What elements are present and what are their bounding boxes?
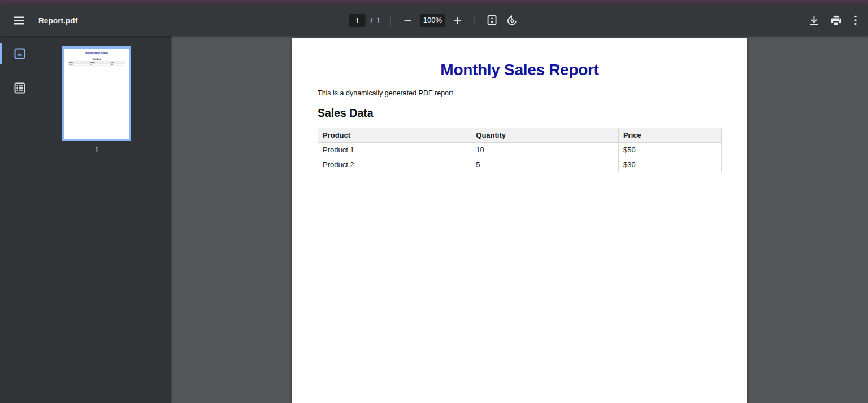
report-title: Monthly Sales Report: [318, 61, 722, 79]
table-row: Product 25$30: [318, 157, 722, 172]
document-outline-button[interactable]: [12, 81, 27, 95]
table-row: Product 25$30: [68, 66, 125, 68]
pdf-viewport[interactable]: Monthly Sales Report This is a dynamical…: [171, 36, 868, 403]
table-header-cell: Quantity: [471, 128, 619, 143]
thumb-doc-intro: This is a dynamically generated PDF repo…: [68, 56, 125, 57]
toolbar-right: [806, 13, 868, 28]
print-button[interactable]: [828, 13, 843, 28]
sidebar: Monthly Sales Report This is a dynamical…: [0, 36, 171, 403]
more-options-button[interactable]: [850, 13, 861, 28]
document-filename: Report.pdf: [38, 16, 77, 25]
report-intro: This is a dynamically generated PDF repo…: [318, 89, 722, 97]
page-thumbnail-1[interactable]: Monthly Sales Report This is a dynamical…: [62, 46, 131, 141]
table-cell: Product 1: [318, 143, 471, 157]
active-view-indicator: [0, 43, 2, 64]
table-cell: 5: [471, 157, 619, 172]
table-cell: Product 2: [318, 157, 471, 172]
pdf-page-1: Monthly Sales Report This is a dynamical…: [292, 38, 747, 403]
thumbnails-view-button[interactable]: [12, 46, 27, 61]
table-cell: $30: [111, 66, 125, 68]
image-thumbnail-icon: [14, 47, 26, 60]
rotate-counterclockwise-icon: [506, 15, 517, 26]
thumb-sales-table: ProductQuantityPriceProduct 110$50Produc…: [68, 61, 125, 68]
table-cell: 5: [90, 66, 111, 68]
fit-to-page-icon: [486, 15, 497, 26]
thumb-doc-section-heading: Sales Data: [68, 58, 125, 60]
document-outline-icon: [14, 82, 26, 94]
viewer-body: Monthly Sales Report This is a dynamical…: [0, 36, 868, 403]
page-count: 1: [376, 16, 380, 25]
fit-page-button[interactable]: [484, 13, 499, 28]
toolbar-separator: [474, 15, 475, 26]
hamburger-icon: [13, 15, 25, 27]
table-header-cell: Product: [318, 128, 471, 143]
pdf-page-content: Monthly Sales Report This is a dynamical…: [292, 38, 747, 172]
table-header-row: ProductQuantityPrice: [318, 128, 722, 143]
pdf-toolbar: Report.pdf / 1 100%: [0, 5, 868, 36]
printer-icon: [830, 15, 842, 27]
section-heading: Sales Data: [318, 107, 722, 120]
menu-button[interactable]: [11, 13, 26, 28]
table-cell: 10: [471, 143, 619, 157]
page-divider: /: [371, 16, 373, 25]
thumbnail-page-preview: Monthly Sales Report This is a dynamical…: [64, 49, 129, 139]
toolbar-left: Report.pdf: [0, 13, 77, 28]
table-cell: $50: [618, 143, 721, 157]
table-header-cell: Price: [618, 128, 721, 143]
download-button[interactable]: [806, 13, 821, 28]
pdf-viewer-window: Report.pdf / 1 100%: [0, 0, 868, 403]
page-count-label: / 1: [371, 16, 381, 25]
minus-icon: [402, 15, 413, 25]
rotate-button[interactable]: [504, 13, 519, 28]
plus-icon: [452, 15, 462, 25]
toolbar-separator: [390, 15, 390, 26]
zoom-out-button[interactable]: [400, 13, 415, 28]
table-cell: $30: [618, 157, 721, 172]
sales-table: ProductQuantityPriceProduct 110$50Produc…: [318, 128, 722, 172]
browser-theme-strip: [0, 0, 868, 5]
zoom-level-value[interactable]: 100%: [420, 14, 445, 27]
zoom-in-button[interactable]: [450, 13, 465, 28]
download-icon: [808, 15, 820, 27]
toolbar-center: / 1 100%: [349, 5, 519, 36]
thumb-doc-title: Monthly Sales Report: [68, 52, 125, 55]
thumbnail-page-number: 1: [62, 146, 131, 154]
table-row: Product 110$50: [318, 143, 722, 157]
table-cell: Product 2: [68, 66, 90, 68]
page-number-input[interactable]: [349, 14, 366, 27]
kebab-menu-icon: [850, 15, 861, 26]
